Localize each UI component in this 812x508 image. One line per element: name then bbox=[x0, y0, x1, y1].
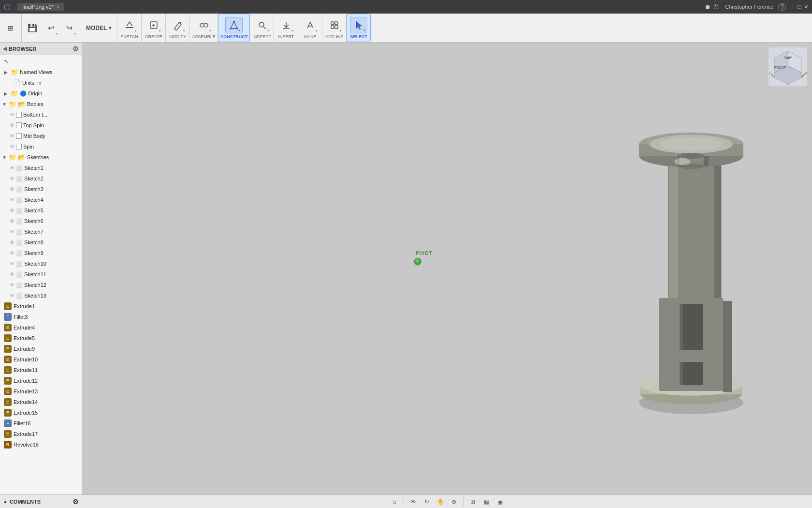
orbit-button[interactable]: ↻ bbox=[421, 496, 433, 507]
sketch-icon2: ⬜ bbox=[16, 176, 23, 182]
insert-button[interactable]: ▾ bbox=[277, 17, 295, 33]
record-icon[interactable]: ⏺ bbox=[705, 3, 711, 11]
sketch10-item[interactable]: 👁 ⬜ Sketch10 bbox=[0, 258, 82, 269]
sketch12-item[interactable]: 👁 ⬜ Sketch12 bbox=[0, 280, 82, 290]
undo-button[interactable]: ↩▾ bbox=[42, 20, 59, 36]
sketch8-item[interactable]: 👁 ⬜ Sketch8 bbox=[0, 237, 82, 248]
maximize-icon[interactable]: □ bbox=[798, 3, 801, 10]
extrude11-item[interactable]: E Extrude11 bbox=[0, 365, 82, 375]
sidebar: ◀ BROWSER ⚙ ↖ ▶ 📁 Named Views 📄 Units: i… bbox=[0, 43, 82, 494]
grid-menu-button[interactable]: ⊞ bbox=[2, 20, 19, 36]
named-views-item[interactable]: ▶ 📁 Named Views bbox=[0, 67, 82, 77]
extrude5-item[interactable]: E Extrude5 bbox=[0, 333, 82, 344]
browser-collapse-arrow[interactable]: ◀ bbox=[3, 46, 7, 51]
units-item[interactable]: 📄 Units: in bbox=[0, 77, 82, 88]
inspect-button[interactable]: ▾ bbox=[253, 17, 271, 33]
fillet16-item[interactable]: F Fillet16 bbox=[0, 418, 82, 429]
svg-rect-15 bbox=[335, 26, 338, 29]
sketch-icon5: ⬜ bbox=[16, 208, 23, 214]
body-vis-box[interactable] bbox=[16, 112, 22, 118]
time-icon[interactable]: ⏱ bbox=[713, 3, 719, 11]
comments-section[interactable]: ▲ COMMENTS ⚙ bbox=[0, 495, 82, 508]
comments-expand-arrow[interactable]: ▲ bbox=[3, 499, 8, 504]
sketch3-item[interactable]: 👁 ⬜ Sketch3 bbox=[0, 184, 82, 194]
body-midbody-item[interactable]: 👁 Mid Body bbox=[0, 131, 82, 141]
model-tab[interactable]: MODEL ▾ bbox=[80, 14, 117, 42]
extrude1-item[interactable]: E Extrude1 bbox=[0, 301, 82, 312]
app-icon: ⬡ bbox=[4, 2, 11, 12]
body-vis-box4[interactable] bbox=[16, 144, 22, 149]
body-vis-box3[interactable] bbox=[16, 133, 22, 139]
pan-button[interactable]: ✋ bbox=[435, 496, 446, 507]
extrude12-item[interactable]: E Extrude12 bbox=[0, 375, 82, 386]
zoom-button[interactable]: ⊕ bbox=[448, 496, 460, 507]
origin-item[interactable]: ▶ 📁 🔵 Origin bbox=[0, 88, 82, 99]
extrude9-item[interactable]: E Extrude9 bbox=[0, 344, 82, 354]
extrude14-item[interactable]: E Extrude14 bbox=[0, 397, 82, 407]
comments-settings-icon[interactable]: ⚙ bbox=[72, 498, 79, 506]
sketch11-item[interactable]: 👁 ⬜ Sketch11 bbox=[0, 269, 82, 280]
toolbar-create-group: ▾ CREATE bbox=[142, 14, 166, 42]
sketch-icon12: ⬜ bbox=[16, 282, 23, 288]
sketch5-item[interactable]: 👁 ⬜ Sketch5 bbox=[0, 205, 82, 216]
sketch7-item[interactable]: 👁 ⬜ Sketch7 bbox=[0, 226, 82, 237]
revolve18-item[interactable]: R Revolve18 bbox=[0, 439, 82, 450]
body-topspin-item[interactable]: 👁 Top Spin bbox=[0, 120, 82, 131]
extrude13-item[interactable]: E Extrude13 bbox=[0, 386, 82, 397]
assemble-button[interactable]: ▾ bbox=[195, 17, 213, 33]
tab-finalpong[interactable]: finalPong v1* × bbox=[17, 3, 64, 11]
main-area: ◀ BROWSER ⚙ ↖ ▶ 📁 Named Views 📄 Units: i… bbox=[0, 43, 812, 494]
extrude17-item[interactable]: E Extrude17 bbox=[0, 429, 82, 439]
select-button[interactable]: ▾ bbox=[350, 17, 367, 33]
modify-button[interactable]: ▾ bbox=[169, 17, 187, 33]
view-settings-button[interactable]: ▣ bbox=[494, 496, 506, 507]
modify-label: MODIFY bbox=[169, 34, 186, 39]
help-icon[interactable]: ? bbox=[778, 3, 786, 11]
make-button[interactable]: ▾ bbox=[302, 17, 319, 33]
create-button[interactable]: ▾ bbox=[145, 17, 162, 33]
sketch13-item[interactable]: 👁 ⬜ Sketch13 bbox=[0, 290, 82, 301]
addins-button[interactable]: ▾ bbox=[326, 17, 343, 33]
view-cube[interactable]: TOP FRONT x y bbox=[768, 47, 807, 86]
user-name: Christopher Ference bbox=[725, 4, 773, 10]
minimize-icon[interactable]: − bbox=[791, 3, 795, 11]
fillet16-icon: F bbox=[4, 419, 12, 427]
3d-model bbox=[594, 72, 788, 420]
tab-close-icon[interactable]: × bbox=[57, 4, 59, 10]
browser-selector[interactable]: ↖ bbox=[0, 56, 82, 67]
sketch-icon11: ⬜ bbox=[16, 271, 23, 278]
extrude1-label: Extrude1 bbox=[14, 303, 35, 309]
toolbar-construct-group: ▾ CONSTRUCT bbox=[218, 14, 250, 42]
inspect-label: INSPECT bbox=[252, 34, 271, 39]
close-window-icon[interactable]: × bbox=[804, 3, 808, 11]
browser-settings-icon[interactable]: ⚙ bbox=[72, 45, 79, 53]
sketch2-label: Sketch2 bbox=[24, 176, 44, 181]
construct-button[interactable]: ▾ bbox=[225, 17, 243, 33]
extrude10-item[interactable]: E Extrude10 bbox=[0, 354, 82, 365]
nav-home-button[interactable]: ⌂ bbox=[389, 496, 400, 507]
sketch-button[interactable]: ▾ bbox=[121, 17, 138, 33]
body-spin-item[interactable]: 👁 Spin bbox=[0, 141, 82, 152]
fillet3-item[interactable]: F Fillet3 bbox=[0, 312, 82, 322]
body-vis-box2[interactable] bbox=[16, 122, 22, 128]
sketch2-item[interactable]: 👁 ⬜ Sketch2 bbox=[0, 173, 82, 184]
body-bottom-label: Bottom t... bbox=[23, 112, 47, 118]
extrude15-item[interactable]: E Extrude15 bbox=[0, 407, 82, 418]
redo-button[interactable]: ↪▾ bbox=[60, 20, 78, 36]
bodies-item[interactable]: ▼ 📁 📂 Bodies bbox=[0, 99, 82, 109]
sketch9-label: Sketch9 bbox=[24, 250, 44, 256]
display-settings-button[interactable]: ⊞ bbox=[467, 496, 478, 507]
sketch-icon6: ⬜ bbox=[16, 218, 23, 224]
sketch9-item[interactable]: 👁 ⬜ Sketch9 bbox=[0, 248, 82, 258]
viewport[interactable]: PIVOT bbox=[82, 43, 812, 494]
body-bottom-item[interactable]: 👁 Bottom t... bbox=[0, 109, 82, 120]
sketch6-item[interactable]: 👁 ⬜ Sketch6 bbox=[0, 216, 82, 226]
grid-button[interactable]: ▦ bbox=[480, 496, 492, 507]
sketch4-item[interactable]: 👁 ⬜ Sketch4 bbox=[0, 194, 82, 205]
look-at-button[interactable]: 👁 bbox=[407, 496, 419, 507]
sketches-item[interactable]: ▼ 📁 📂 Sketches bbox=[0, 152, 82, 163]
sketches-label: Sketches bbox=[27, 154, 49, 160]
extrude4-item[interactable]: E Extrude4 bbox=[0, 322, 82, 333]
save-button[interactable]: 💾 bbox=[24, 20, 41, 36]
sketch1-item[interactable]: 👁 ⬜ Sketch1 bbox=[0, 163, 82, 173]
